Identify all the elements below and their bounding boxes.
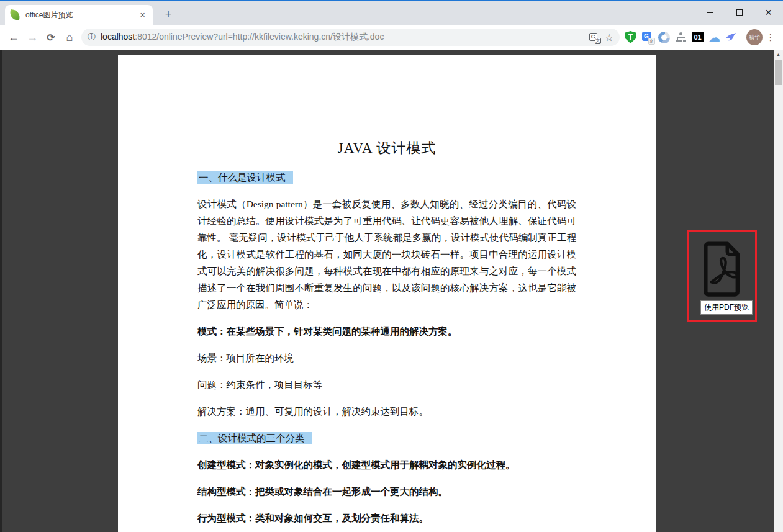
url-host: localhost <box>101 32 135 42</box>
address-bar[interactable]: ⓘ localhost:8012/onlinePreview?url=http:… <box>81 29 620 46</box>
browser-tab[interactable]: office图片预览 ✕ <box>5 5 153 25</box>
browser-toolbar: ← → ⟳ ⌂ ⓘ localhost:8012/onlinePreview?u… <box>0 25 783 50</box>
doc-content: JAVA 设计模式一、什么是设计模式设计模式（Design pattern）是一… <box>197 139 576 532</box>
url-text: localhost:8012/onlinePreview?url=http://… <box>101 32 583 43</box>
translate-wen-glyph: 文 <box>595 38 601 44</box>
page-info-icon[interactable]: ⓘ <box>88 32 96 43</box>
extension-proxy-button[interactable] <box>656 28 672 47</box>
tab-close-icon[interactable]: ✕ <box>137 10 148 20</box>
org-chart-icon <box>676 32 686 42</box>
url-rest: :8012/onlinePreview?url=http://kkfilevie… <box>135 32 384 42</box>
highlighted-heading: 二、设计模式的三个分类 <box>197 432 312 444</box>
maximize-icon <box>736 9 743 16</box>
doc-block-normal: 解决方案：通用、可复用的设计，解决约束达到目标。 <box>197 403 576 420</box>
scrollbar-thumb[interactable] <box>775 60 782 85</box>
translate-extension-icon: G 文 <box>642 32 653 43</box>
doc-block-bold: 创建型模式：对象实例化的模式，创建型模式用于解耦对象的实例化过程。 <box>197 456 576 473</box>
minimize-button[interactable] <box>695 0 725 25</box>
pdf-preview-label[interactable]: 使用PDF预览 <box>700 300 753 315</box>
extension-cloud-button[interactable]: ☁ <box>706 28 723 47</box>
pdf-file-icon <box>694 240 751 299</box>
extension-translate-button[interactable]: G 文 <box>639 28 656 47</box>
new-tab-button[interactable]: + <box>160 7 176 23</box>
bookmark-star-icon[interactable]: ☆ <box>605 32 613 43</box>
blue-cloud-icon: ☁ <box>708 32 720 43</box>
doc-block-heading: 二、设计模式的三个分类 <box>197 430 576 446</box>
translate-page-icon[interactable]: G 文 <box>589 33 599 42</box>
highlighted-heading: 一、什么是设计模式 <box>197 171 293 184</box>
extension-thunder-button[interactable] <box>723 28 740 47</box>
green-shield-icon: T <box>625 31 636 43</box>
browser-menu-button[interactable]: ⋮ <box>763 28 779 47</box>
home-button[interactable]: ⌂ <box>60 28 79 47</box>
browser-window: office图片预览 ✕ + ✕ ← → ⟳ ⌂ ⓘ localhost:801… <box>0 0 783 532</box>
toolbar-separator <box>743 31 743 43</box>
doc-block-bold: 模式：在某些场景下，针对某类问题的某种通用的解决方案。 <box>197 323 576 340</box>
forward-button[interactable]: → <box>23 28 42 47</box>
doc-block-heading: 一、什么是设计模式 <box>197 169 576 186</box>
translate-ext-wen-glyph: 文 <box>648 38 655 45</box>
scroll-up-arrow-icon[interactable]: ▲ <box>774 50 783 59</box>
minimize-icon <box>707 12 713 13</box>
close-window-button[interactable]: ✕ <box>754 0 783 25</box>
spring-leaf-favicon-icon <box>9 9 20 20</box>
extension-sitemap-button[interactable] <box>672 28 689 47</box>
doc-block-title: JAVA 设计模式 <box>197 139 576 158</box>
swirl-circle-icon <box>658 32 670 43</box>
close-icon: ✕ <box>765 8 772 17</box>
tab-strip: office图片预览 ✕ + ✕ <box>0 1 783 25</box>
badge-01-icon: 01 <box>692 32 704 42</box>
back-button[interactable]: ← <box>4 28 23 47</box>
doc-block-bold: 行为型模式：类和对象如何交互，及划分责任和算法。 <box>197 510 576 526</box>
preview-viewport: JAVA 设计模式一、什么是设计模式设计模式（Design pattern）是一… <box>0 50 783 532</box>
tab-title: office图片预览 <box>25 10 137 20</box>
document-page: JAVA 设计模式一、什么是设计模式设计模式（Design pattern）是一… <box>118 55 656 532</box>
window-controls: ✕ <box>695 0 783 25</box>
vertical-scrollbar[interactable]: ▲ <box>774 50 783 532</box>
reload-icon: ⟳ <box>47 32 55 43</box>
doc-block-paragraph: 设计模式（Design pattern）是一套被反复使用、多数人知晓的、经过分类… <box>197 196 576 313</box>
profile-avatar[interactable]: 精华 <box>746 29 763 45</box>
pdf-preview-button[interactable]: 使用PDF预览 <box>687 230 757 322</box>
doc-block-bold: 结构型模式：把类或对象结合在一起形成一个更大的结构。 <box>197 483 576 500</box>
maximize-button[interactable] <box>725 0 754 25</box>
extension-01-button[interactable]: 01 <box>689 28 706 47</box>
reload-button[interactable]: ⟳ <box>42 28 60 47</box>
doc-block-normal: 问题：约束条件，项目目标等 <box>197 376 576 393</box>
extension-green-shield-button[interactable]: T <box>622 28 639 47</box>
doc-block-normal: 场景：项目所在的环境 <box>197 349 576 366</box>
blue-bird-icon <box>725 31 738 43</box>
